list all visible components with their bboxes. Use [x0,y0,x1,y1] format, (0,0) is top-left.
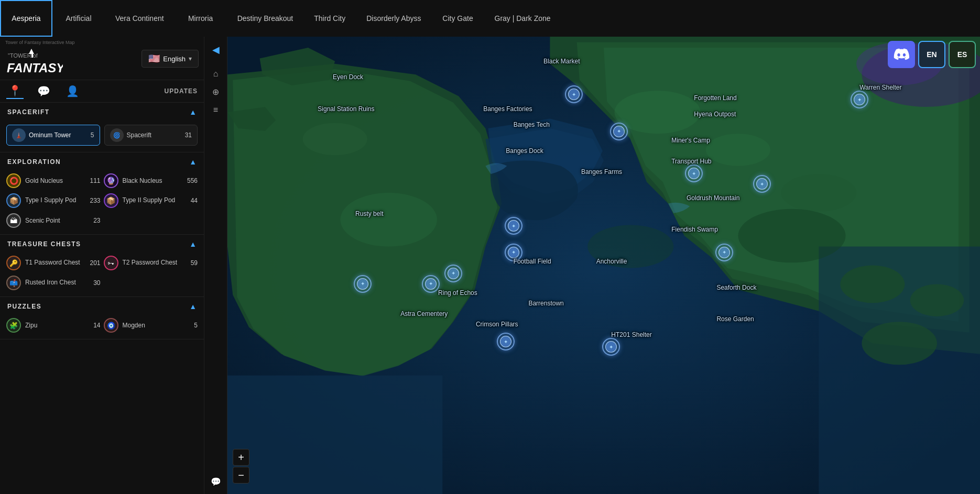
treasure-grid: 🔑 T1 Password Chest 201 🗝 T2 Password Ch… [6,256,198,290]
app-title: Tower of Fantasy Interactive Map [5,40,75,45]
map-marker-3[interactable]: ✦ [505,217,522,235]
svg-rect-3 [31,53,33,58]
spacerift-tab-spacerift[interactable]: 🌀 Spacerift 31 [104,125,198,146]
rusted-label: Rusted Iron Chest [25,279,89,287]
exploration-section: EXPLORATION ▲ ⭕ Gold Nucleus 111 🔮 Black… [0,152,204,235]
scenic-count: 23 [93,217,100,224]
map-marker-6[interactable]: ✦ [505,244,522,261]
nav-tab-disorderly[interactable]: Disorderly Abyss [356,0,431,37]
sidebar: Tower of Fantasy Interactive Map "TOWER … [0,37,204,494]
t2-label: T2 Password Chest [123,259,187,267]
type1-count: 233 [90,197,100,204]
scenic-icon: 🏔 [6,213,21,228]
treasure-header[interactable]: TREASURE CHESTS ▲ [0,235,204,254]
map-back-btn[interactable]: ◀ [209,41,223,59]
black-nucleus-count: 556 [187,177,198,184]
gold-nucleus-count: 111 [90,177,100,184]
sidebar-action-row: 📍 💬 👤 UPDATES [0,80,204,103]
spacerift-content: 🗼 Ominum Tower 5 🌀 Spacerift 31 [0,122,204,152]
mogden-count: 5 [194,322,198,329]
scenic-label: Scenic Point [25,217,89,224]
treasure-chests-section: TREASURE CHESTS ▲ 🔑 T1 Password Chest 20… [0,235,204,297]
nav-tab-artificial[interactable]: Artificial [52,0,105,37]
map-marker-2[interactable]: ✦ [685,164,703,182]
ominum-count: 5 [91,131,94,139]
nav-tab-destiny[interactable]: Destiny Breakout [227,0,304,37]
spacerift-tab-ominum[interactable]: 🗼 Ominum Tower 5 [6,125,100,146]
zoom-controls: + − [233,449,249,484]
type2-label: Type II Supply Pod [123,196,187,205]
map-marker-8[interactable]: ✦ [497,333,515,350]
logo-area: Tower of Fantasy Interactive Map "TOWER … [5,40,75,78]
t1-chest-item: 🔑 T1 Password Chest 201 [6,256,101,270]
gold-nucleus-icon: ⭕ [6,173,21,188]
spacerift-header[interactable]: SPACERIFT ▲ [0,103,204,122]
nav-tab-city-gate[interactable]: City Gate [432,0,484,37]
updates-button[interactable]: UPDATES [165,87,198,95]
t2-icon: 🗝 [104,256,118,270]
mogden-icon: 🧿 [104,318,118,333]
type2-count: 44 [191,197,198,204]
lang-selector[interactable]: 🇺🇸 English ▾ [141,50,199,68]
exploration-content: ⭕ Gold Nucleus 111 🔮 Black Nucleus 556 📦… [0,171,204,234]
map-chat-btn[interactable]: 💬 [208,474,224,490]
map-markers: ✦✦✦✦✦✦✦✦✦✦✦✦✦ [227,37,980,494]
map-canvas[interactable]: ✦✦✦✦✦✦✦✦✦✦✦✦✦ Eyen DockBlack MarketSigna… [227,37,980,494]
lang-arrow: ▾ [189,55,192,62]
map-marker-1[interactable]: ✦ [610,123,628,140]
zipu-label: Zipu [25,322,89,329]
mogden-label: Mogden [123,322,190,329]
chat-icon-btn[interactable]: 💬 [35,84,52,98]
ominum-icon: 🗼 [12,128,26,142]
svg-text:FANTASY: FANTASY [7,61,63,75]
map-marker-10[interactable]: ✦ [715,244,733,261]
ominum-label: Ominum Tower [29,131,71,139]
rusted-icon: 📫 [6,276,21,290]
rusted-chest-item: 📫 Rusted Iron Chest 30 [6,276,101,290]
lang-es-btn[interactable]: ES [949,41,976,68]
black-nucleus-label: Black Nucleus [123,177,183,184]
gold-nucleus-label: Gold Nucleus [25,177,85,184]
top-nav: AesperiaArtificialVera ContinentMirroria… [0,0,980,37]
type1-supply-item: 📦 Type I Supply Pod 233 [6,193,101,208]
t1-count: 201 [90,259,100,267]
lang-text: English [163,55,186,63]
zoom-out-btn[interactable]: − [233,467,249,484]
map-marker-12[interactable]: ✦ [851,91,868,108]
map-marker-0[interactable]: ✦ [565,85,583,103]
map-home-btn[interactable]: ⌂ [210,66,222,82]
map-crosshair-btn[interactable]: ⊕ [209,84,222,100]
puzzles-content: 🧩 Zipu 14 🧿 Mogden 5 [0,316,204,339]
zipu-icon: 🧩 [6,318,21,333]
spacerift-label: Spacerift [127,131,151,139]
map-marker-7[interactable]: ✦ [444,265,462,282]
nav-tab-aesperia[interactable]: Aesperia [0,0,52,37]
exploration-title: EXPLORATION [7,158,61,166]
map-marker-5[interactable]: ✦ [422,275,440,293]
nav-tab-vera[interactable]: Vera Continent [105,0,175,37]
map-marker-11[interactable]: ✦ [753,175,771,193]
person-icon-btn[interactable]: 👤 [64,84,81,98]
t2-chest-item: 🗝 T2 Password Chest 59 [104,256,198,270]
sidebar-icons: 📍 💬 👤 [6,83,81,99]
puzzles-header[interactable]: PUZZLES ▲ [0,297,204,316]
lang-en-btn[interactable]: EN [918,41,945,68]
discord-icon [894,48,909,61]
zoom-in-btn[interactable]: + [233,449,249,466]
map-marker-9[interactable]: ✦ [602,338,620,356]
treasure-content: 🔑 T1 Password Chest 201 🗝 T2 Password Ch… [0,254,204,297]
nav-tab-gray-dark[interactable]: Gray | Dark Zone [484,0,561,37]
map-layers-btn[interactable]: ≡ [210,102,221,118]
location-icon-btn[interactable]: 📍 [6,83,24,99]
treasure-chevron: ▲ [189,240,197,248]
spacerift-count: 31 [185,131,192,139]
black-nucleus-icon: 🔮 [104,173,118,188]
exploration-header[interactable]: EXPLORATION ▲ [0,152,204,171]
map-top-right: EN ES [888,41,976,68]
nav-tab-mirroria[interactable]: Mirroria [175,0,227,37]
logo: "TOWER of FANTASY [5,46,75,78]
discord-btn[interactable] [888,41,915,68]
nav-tab-third-city[interactable]: Third City [303,0,356,37]
type2-supply-item: 📦 Type II Supply Pod 44 [104,193,198,208]
map-marker-4[interactable]: ✦ [354,275,372,293]
